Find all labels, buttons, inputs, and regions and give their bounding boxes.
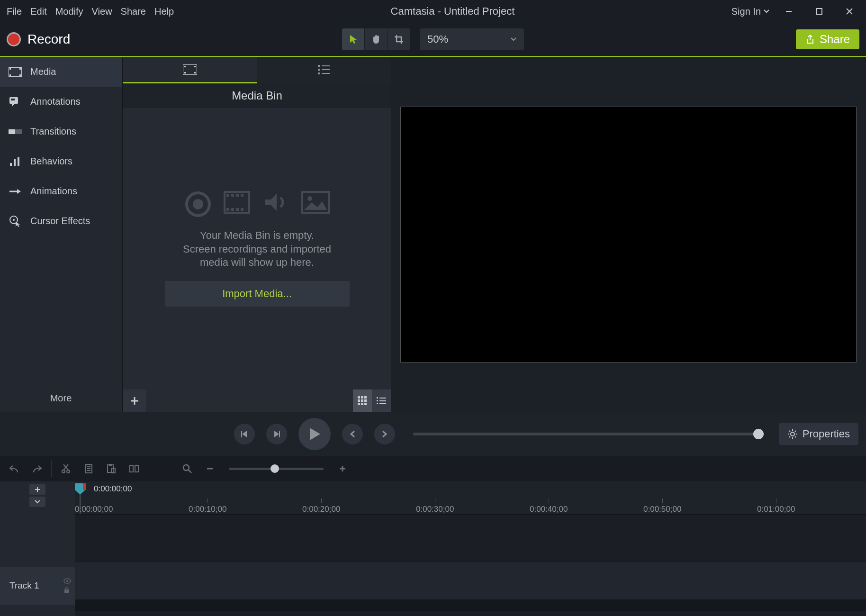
timeline-tick: 0:00:10;00 — [189, 498, 226, 514]
zoom-thumb[interactable] — [271, 464, 279, 473]
cursoreffects-icon — [9, 216, 22, 226]
track-row-empty[interactable] — [75, 515, 866, 562]
sidebar-item-annotations[interactable]: Annotations — [0, 87, 122, 117]
timeline-tick: 0:00:30;00 — [416, 498, 454, 514]
svg-rect-24 — [322, 65, 330, 66]
chevron-down-icon — [511, 37, 516, 41]
minus-icon — [206, 464, 214, 473]
bin-tab-library[interactable] — [257, 57, 391, 83]
lock-icon[interactable] — [63, 587, 70, 593]
edit-toolbar — [0, 456, 866, 481]
track-row[interactable] — [75, 562, 866, 600]
svg-rect-14 — [18, 157, 19, 166]
next-frame-button[interactable] — [266, 424, 287, 444]
chevron-down-icon — [764, 9, 769, 13]
svg-point-30 — [193, 199, 203, 209]
sidebar-item-media[interactable]: Media — [0, 57, 122, 87]
maximize-button[interactable] — [808, 3, 830, 20]
zoom-out-button[interactable] — [199, 458, 220, 479]
sidebar-label: Media — [30, 66, 56, 77]
sidebar-more[interactable]: More — [0, 384, 122, 412]
sidebar-item-cursor-effects[interactable]: Cursor Effects — [0, 206, 122, 236]
menu-share[interactable]: Share — [121, 6, 146, 17]
bin-tab-media[interactable] — [123, 57, 257, 83]
sidebar-item-animations[interactable]: Animations — [0, 176, 122, 206]
magnify-icon — [182, 463, 192, 474]
svg-point-63 — [67, 470, 70, 473]
track-label[interactable]: Track 1 — [0, 567, 75, 605]
copy-button[interactable] — [78, 458, 99, 479]
svg-rect-20 — [184, 72, 186, 73]
playback-slider[interactable] — [413, 433, 764, 435]
slider-thumb[interactable] — [753, 429, 764, 439]
play-button[interactable] — [298, 418, 331, 450]
menu-view[interactable]: View — [92, 6, 112, 17]
playback-bar: Properties — [0, 412, 866, 456]
svg-rect-60 — [279, 431, 280, 437]
svg-point-61 — [791, 432, 794, 436]
cut-button[interactable] — [55, 458, 76, 479]
minimize-button[interactable] — [778, 3, 800, 20]
zoom-fit-button[interactable] — [177, 458, 198, 479]
svg-rect-37 — [231, 208, 234, 211]
svg-rect-48 — [361, 399, 363, 402]
svg-rect-52 — [364, 403, 367, 405]
redo-button[interactable] — [27, 458, 47, 479]
zoom-select[interactable]: 50% — [420, 28, 524, 50]
prev-clip-button[interactable] — [342, 424, 363, 444]
paste-icon — [107, 463, 116, 474]
pointer-tool[interactable] — [342, 28, 365, 50]
pan-tool[interactable] — [365, 28, 388, 50]
timeline-tick: 0:00:00;00 — [75, 498, 113, 514]
paste-button[interactable] — [101, 458, 122, 479]
svg-point-62 — [62, 470, 65, 473]
svg-rect-21 — [194, 66, 196, 67]
timeline-ruler[interactable]: 0:00:00;00 0:00:00;000:00:10;000:00:20;0… — [75, 481, 866, 515]
sidebar-item-behaviors[interactable]: Behaviors — [0, 146, 122, 176]
svg-rect-47 — [358, 399, 360, 402]
eye-icon[interactable] — [63, 578, 71, 584]
menu-file[interactable]: File — [7, 6, 22, 17]
canvas-area — [391, 57, 866, 412]
upload-icon — [805, 34, 815, 45]
svg-rect-33 — [231, 194, 234, 197]
menu-modify[interactable]: Modify — [55, 6, 83, 17]
timeline-zoom-slider[interactable] — [229, 468, 324, 470]
prev-frame-button[interactable] — [234, 424, 255, 444]
timeline-tick: 0:01:00;00 — [757, 498, 795, 514]
svg-rect-50 — [358, 403, 360, 405]
add-media-button[interactable] — [123, 390, 146, 412]
undo-icon — [9, 464, 19, 473]
sidebar-label: Animations — [30, 186, 77, 197]
zoom-in-button[interactable] — [332, 458, 353, 479]
grid-view-button[interactable] — [353, 390, 372, 412]
close-button[interactable] — [839, 3, 860, 20]
share-button[interactable]: Share — [796, 29, 859, 49]
svg-rect-46 — [364, 396, 367, 399]
undo-button[interactable] — [4, 458, 25, 479]
svg-rect-6 — [9, 74, 11, 76]
preview-canvas[interactable] — [400, 107, 857, 362]
add-track-button[interactable] — [29, 484, 45, 495]
next-clip-button[interactable] — [374, 424, 395, 444]
list-view-button[interactable] — [372, 390, 391, 412]
menu-bar: File Edit Modify View Share Help — [0, 6, 174, 17]
import-media-button[interactable]: Import Media... — [165, 281, 350, 307]
sign-in-button[interactable]: Sign In — [731, 6, 769, 17]
crop-tool[interactable] — [388, 28, 410, 50]
timeline-tracks-area[interactable]: 0:00:00;00 0:00:00;000:00:10;000:00:20;0… — [75, 481, 866, 616]
gear-icon — [787, 429, 798, 439]
menu-help[interactable]: Help — [154, 6, 174, 17]
svg-rect-45 — [361, 396, 363, 399]
annotation-icon — [9, 97, 22, 107]
svg-rect-73 — [130, 465, 133, 472]
record-button[interactable]: Record — [0, 32, 70, 47]
collapse-tracks-button[interactable] — [29, 497, 45, 507]
menu-edit[interactable]: Edit — [30, 6, 46, 17]
svg-rect-25 — [318, 69, 320, 71]
properties-button[interactable]: Properties — [779, 423, 858, 445]
sidebar-item-transitions[interactable]: Transitions — [0, 117, 122, 146]
share-label: Share — [820, 33, 850, 46]
timeline-tick: 0:00:50;00 — [643, 498, 681, 514]
split-button[interactable] — [124, 458, 144, 479]
